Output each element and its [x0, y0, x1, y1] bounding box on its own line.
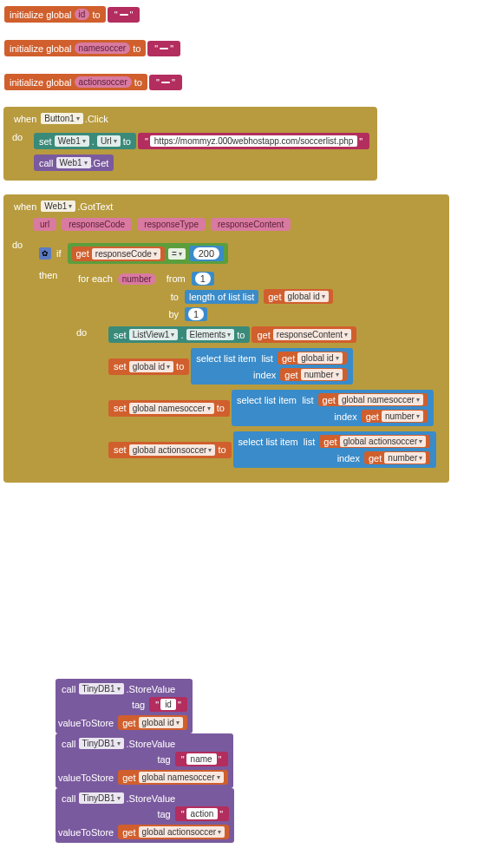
- init-block[interactable]: initialize global namesoccer to: [4, 40, 146, 56]
- then-label: then: [36, 266, 70, 473]
- init-row: initialize global namesoccer to "": [3, 39, 181, 57]
- length-of-list[interactable]: length of list list: [185, 290, 258, 304]
- call-web-get[interactable]: call Web1 .Get: [34, 155, 114, 171]
- set-listview-elements[interactable]: set ListView1 . Elements to: [108, 326, 250, 343]
- set-global-actionsoccer[interactable]: set global actionsoccer to: [108, 442, 232, 458]
- init-label: initialize global: [10, 10, 72, 20]
- select-list-item[interactable]: select list item list get global actions…: [233, 431, 437, 468]
- tag-value[interactable]: "action": [175, 806, 230, 821]
- equals-block[interactable]: get responseCode = 200: [68, 243, 229, 264]
- url-text: https://mommyz.000webhostapp.com/soccerl…: [150, 135, 358, 147]
- tinydb-calls: call TinyDB1 .StoreValue tag "id" valueT…: [56, 679, 500, 843]
- set-global-row: set global id to select list item list g: [108, 347, 354, 385]
- get-responsecode[interactable]: get responseCode: [72, 247, 165, 261]
- number-var: number: [118, 273, 156, 285]
- foreach-block[interactable]: for each number from 1 to length of lis: [70, 266, 440, 473]
- var-name: id: [75, 9, 90, 20]
- init-row: initialize global actionsoccer to "": [3, 73, 183, 91]
- eq-dropdown[interactable]: =: [168, 248, 186, 260]
- get-global[interactable]: get global id: [118, 715, 187, 730]
- param-responsecode[interactable]: responseCode: [62, 218, 132, 231]
- param-url[interactable]: url: [33, 218, 56, 231]
- init-row: initialize global id to "": [3, 5, 140, 23]
- select-list-item[interactable]: select list item list get global namesoc…: [232, 390, 434, 426]
- get-global[interactable]: get global namesoccer: [118, 770, 227, 785]
- set-global-row: set global namesoccer to select list ite…: [108, 389, 434, 427]
- set-global-row: set global actionsoccer to select list i…: [108, 431, 437, 469]
- string-value[interactable]: "": [147, 41, 180, 56]
- param-responsetype[interactable]: responseType: [137, 218, 206, 231]
- string-value[interactable]: "": [108, 7, 140, 23]
- num-from[interactable]: 1: [192, 272, 214, 286]
- event-header: when Web1 .GotText: [7, 198, 446, 214]
- tag-value[interactable]: "name": [175, 752, 228, 766]
- var-name: actionsoccer: [75, 76, 132, 88]
- tag-value[interactable]: "id": [149, 697, 187, 712]
- num-by[interactable]: 1: [185, 307, 207, 321]
- call-storevalue[interactable]: call TinyDB1 .StoreValue tag "id" valueT…: [56, 679, 193, 733]
- call-storevalue[interactable]: call TinyDB1 .StoreValue tag "action" va…: [56, 788, 234, 843]
- event-header: when Button1 .Click: [7, 110, 374, 127]
- to-label: to: [92, 10, 100, 20]
- component-dropdown[interactable]: Web1: [41, 201, 75, 212]
- param-responsecontent[interactable]: responseContent: [211, 218, 291, 231]
- do-label: do: [7, 234, 33, 479]
- set-url-block[interactable]: set Web1 . Url to: [34, 133, 136, 149]
- gear-icon[interactable]: ✿: [39, 247, 51, 260]
- num-200[interactable]: 200: [189, 246, 224, 261]
- event-button-click[interactable]: when Button1 .Click do set Web1 . Url to…: [3, 107, 377, 181]
- web-dropdown[interactable]: Web1: [55, 135, 89, 147]
- url-value[interactable]: "https://mommyz.000webhostapp.com/soccer…: [138, 133, 369, 149]
- init-globals: initialize global id to "" initialize gl…: [3, 3, 500, 93]
- get-global[interactable]: get global actionsoccer: [118, 825, 229, 839]
- string-value[interactable]: "": [149, 75, 182, 90]
- var-name: namesoccer: [75, 43, 130, 54]
- get-global-id[interactable]: get global id: [264, 289, 333, 304]
- do-label: do: [73, 324, 108, 470]
- event-web-gottext[interactable]: when Web1 .GotText url responseCode resp…: [3, 194, 449, 483]
- set-global-id[interactable]: set global id to: [108, 358, 189, 375]
- if-block[interactable]: ✿ if get responseCode = 200 then: [33, 238, 442, 476]
- set-global-namesoccer[interactable]: set global namesoccer to: [108, 400, 230, 417]
- component-dropdown[interactable]: Button1: [41, 113, 82, 124]
- call-storevalue[interactable]: call TinyDB1 .StoreValue tag "name" valu…: [56, 733, 233, 788]
- init-block[interactable]: initialize global actionsoccer to: [4, 74, 147, 90]
- select-list-item[interactable]: select list item list get global id inde…: [191, 348, 352, 385]
- event-params: url responseCode responseType responseCo…: [33, 218, 446, 231]
- init-block[interactable]: initialize global id to: [4, 6, 106, 23]
- get-responsecontent[interactable]: get responseContent: [252, 326, 356, 343]
- prop-dropdown[interactable]: Url: [97, 135, 121, 147]
- do-label: do: [7, 127, 33, 177]
